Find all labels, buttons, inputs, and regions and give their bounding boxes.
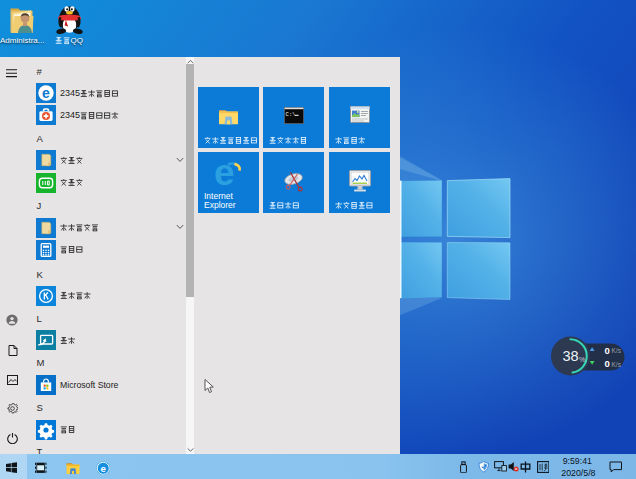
svg-text:38: 38 — [562, 348, 578, 364]
svg-text:K/s: K/s — [612, 361, 622, 368]
svg-text:0: 0 — [605, 358, 610, 369]
svg-text:0: 0 — [605, 345, 610, 356]
svg-text:C:\: C:\ — [286, 111, 296, 118]
svg-text:K/s: K/s — [612, 347, 622, 354]
svg-text:%: % — [579, 356, 585, 363]
svg-text:e: e — [42, 85, 50, 101]
svg-text:e: e — [100, 462, 106, 473]
